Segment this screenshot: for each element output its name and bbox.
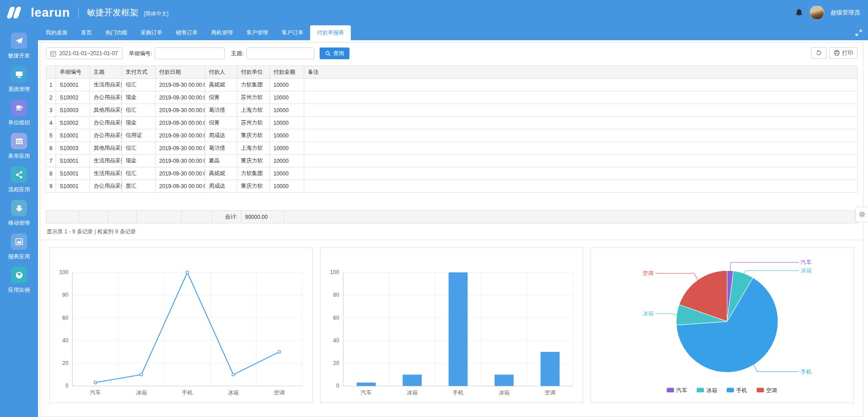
table-cell: 2019-09-30 00:00:00 [156, 79, 205, 91]
brand-name: learun [31, 6, 70, 20]
sidebar-item-label: 单位组织 [8, 119, 30, 127]
date-range-input[interactable]: 2021-01-01~2021-01-07 [46, 47, 123, 59]
search-icon [325, 51, 331, 57]
top-header: learun 敏捷开发框架 [简体中文] 超级管理员 [0, 0, 868, 25]
summary-row: 合计: 90000.00 [46, 210, 858, 223]
table-cell: 生活用品采购 [90, 79, 122, 91]
subject-input[interactable] [246, 47, 314, 59]
svg-text:汽车: 汽车 [360, 389, 372, 396]
svg-text:80: 80 [62, 292, 69, 298]
tab-采购订单[interactable]: 采购订单 [134, 25, 169, 40]
table-cell [304, 142, 858, 155]
bar-chart: 020406080100汽车冰箱手机冰箱空调 [321, 248, 583, 403]
table-cell: 办公用品采购 [90, 180, 122, 193]
table-cell: S10001 [56, 79, 90, 91]
table-row[interactable]: 4S10002办公用品采购现金2019-09-30 00:00:00倪菁苏州力软… [46, 117, 858, 129]
table-cell: S10002 [56, 117, 90, 129]
bell-icon[interactable] [795, 9, 803, 17]
sidebar-item-应用实例[interactable]: 应用实例 [8, 267, 30, 294]
date-range-value: 2021-01-01~2021-01-07 [59, 50, 118, 57]
sidebar-item-系统管理[interactable]: 系统管理 [8, 66, 30, 93]
sidebar-item-报表应用[interactable]: 报表应用 [8, 233, 30, 261]
table-cell: 夏晶 [205, 155, 237, 167]
svg-text:手机: 手机 [182, 389, 193, 396]
svg-text:40: 40 [333, 337, 339, 344]
table-cell: 葛洁倩 [205, 104, 237, 117]
query-button[interactable]: 查询 [320, 47, 349, 59]
fullscreen-icon [855, 29, 863, 37]
column-header: 主题 [90, 66, 122, 79]
tab-销售订单[interactable]: 销售订单 [169, 25, 204, 40]
tab-我的桌面[interactable]: 我的桌面 [39, 25, 74, 40]
payment-table: 单据编号主题支付方式付款日期付款人付款单位付款金额备注 1S10001生活用品采… [46, 66, 858, 193]
table-cell: 葛洁倩 [205, 142, 237, 155]
table-cell: 10000 [270, 167, 304, 180]
summary-cell [137, 211, 182, 223]
svg-text:冰箱: 冰箱 [136, 389, 147, 396]
table-cell: 周成达 [205, 129, 237, 142]
svg-text:100: 100 [330, 269, 339, 275]
table-cell: 力软集团 [237, 79, 270, 91]
table-cell: S10001 [56, 167, 90, 180]
table-row[interactable]: 5S10001办公用品采购信用证2019-09-30 00:00:00周成达重庆… [46, 129, 858, 142]
tab-客户订单[interactable]: 客户订单 [275, 25, 310, 40]
svg-text:100: 100 [59, 269, 68, 275]
sidebar-item-移动管理[interactable]: 移动管理 [8, 200, 30, 227]
table-row[interactable]: 9S10001办公用品采购票汇2019-09-30 00:00:00周成达重庆力… [46, 180, 858, 193]
table-cell: 办公用品采购 [90, 117, 122, 129]
column-header: 单据编号 [56, 66, 90, 79]
table-cell: 2019-09-30 00:00:00 [156, 167, 205, 180]
total-value: 90000.00 [241, 211, 284, 223]
table-cell: S10003 [56, 142, 90, 155]
table-cell: 苏州力软 [237, 91, 270, 104]
table-row[interactable]: 6S10003其他用品采购信汇2019-09-30 00:00:00葛洁倩上海力… [46, 142, 858, 155]
column-header: 支付方式 [122, 66, 156, 79]
username-label[interactable]: 超级管理员 [830, 9, 860, 17]
monitor-icon [11, 66, 27, 82]
table-cell: 2019-09-30 00:00:00 [156, 129, 205, 142]
table-cell: 2019-09-30 00:00:00 [156, 155, 205, 167]
doc-number-input[interactable] [155, 47, 225, 59]
table-cell: 10000 [270, 104, 304, 117]
tab-首页[interactable]: 首页 [74, 25, 99, 40]
table-cell: 信汇 [122, 167, 156, 180]
table-cell: 现金 [122, 117, 156, 129]
refresh-button[interactable] [811, 47, 826, 59]
table-row[interactable]: 8S10001生活用品采购信汇2019-09-30 00:00:00高妮妮力软集… [46, 167, 858, 180]
table-cell: 10000 [270, 142, 304, 155]
table-row[interactable]: 2S10002办公用品采购现金2019-09-30 00:00:00倪菁苏州力软… [46, 91, 858, 104]
column-header: 付款单位 [237, 66, 270, 79]
user-avatar[interactable] [810, 5, 824, 20]
table-cell: 2019-09-30 00:00:00 [156, 91, 205, 104]
sidebar-item-流程应用[interactable]: 流程应用 [8, 166, 30, 194]
svg-text:空调: 空调 [274, 389, 285, 396]
svg-text:汽车: 汽车 [800, 259, 811, 265]
sidebar: 敏捷开发系统管理单位组织表单应用流程应用移动管理报表应用应用实例 [0, 25, 38, 417]
table-row[interactable]: 1S10001生活用品采购信汇2019-09-30 00:00:00高妮妮力软集… [46, 79, 858, 91]
summary-cell [46, 211, 79, 223]
sidebar-item-单位组织[interactable]: 单位组织 [8, 100, 30, 127]
tab-客户管理[interactable]: 客户管理 [240, 25, 275, 40]
sidebar-item-表单应用[interactable]: 表单应用 [8, 133, 30, 160]
table-cell: 办公用品采购 [90, 129, 122, 142]
coffee-cup-icon [11, 100, 27, 116]
locale-label: [简体中文] [144, 10, 169, 18]
app-window: learun 敏捷开发框架 [简体中文] 超级管理员 我的桌面首页热门功能采购订… [0, 0, 868, 417]
table-row[interactable]: 3S10003其他用品采购信汇2019-09-30 00:00:00葛洁倩上海力… [46, 104, 858, 117]
gear-icon [859, 211, 866, 218]
table-cell [304, 91, 858, 104]
table-cell: 信用证 [122, 129, 156, 142]
tab-热门功能[interactable]: 热门功能 [99, 25, 134, 40]
fullscreen-button[interactable] [855, 25, 868, 40]
table-row[interactable]: 7S10001生活用品采购现金2019-09-30 00:00:00夏晶重庆力软… [46, 155, 858, 167]
print-button[interactable]: 打印 [829, 47, 858, 59]
brand-divider [78, 8, 79, 18]
svg-text:0: 0 [65, 383, 68, 389]
table-cell [304, 129, 858, 142]
tab-付款单报表[interactable]: 付款单报表 [310, 25, 351, 40]
sidebar-item-敏捷开发[interactable]: 敏捷开发 [8, 33, 30, 60]
report-panel: 2021-01-01~2021-01-07 单据编号: 主题: 查询 [40, 42, 863, 417]
settings-button[interactable] [855, 207, 868, 222]
svg-text:20: 20 [333, 360, 339, 366]
tab-商机管理[interactable]: 商机管理 [204, 25, 240, 40]
